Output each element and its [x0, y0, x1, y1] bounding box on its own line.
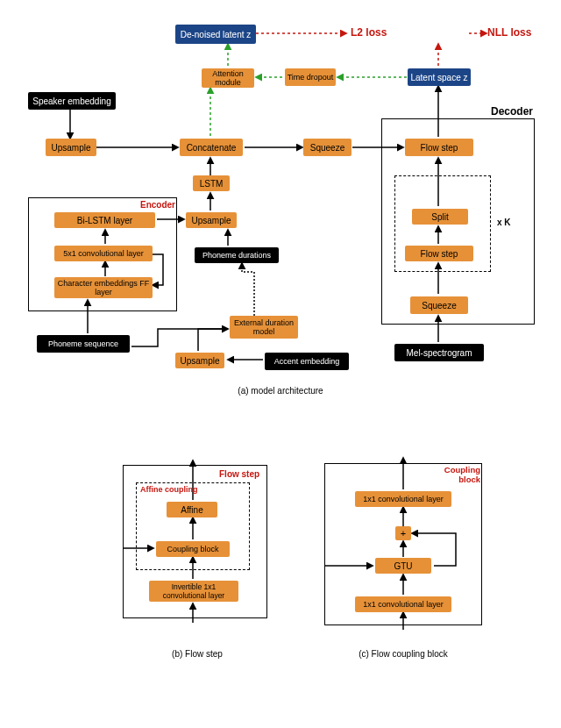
encoder-title: Encoder [140, 200, 175, 210]
bilstm-layer: Bi-LSTM layer [54, 212, 155, 228]
affine: Affine [167, 502, 217, 517]
upsample-speaker: Upsample [46, 139, 96, 156]
time-dropout: Time dropout [285, 68, 336, 86]
char-embed: Character embeddings FF layer [54, 277, 153, 298]
xk-label: x K [497, 218, 511, 227]
latent-space: Latent space z [408, 68, 471, 86]
gtu: GTU [375, 558, 431, 574]
concatenate: Concatenate [180, 139, 243, 156]
decoder-title: Decoder [491, 105, 533, 118]
l2-loss-label: L2 loss [351, 26, 387, 39]
ext-duration-model: External duration model [230, 316, 298, 339]
phoneme-durations: Phoneme durations [195, 247, 279, 263]
conv-top: 1x1 convolutional layer [355, 491, 451, 507]
attention-module: Attention module [202, 68, 254, 88]
squeeze-dec: Squeeze [410, 296, 468, 314]
upsample-enc: Upsample [186, 212, 237, 228]
affine-frame [136, 482, 250, 570]
affine-title: Affine coupling [140, 485, 198, 494]
coupling-title: Coupling block [438, 465, 480, 484]
caption-a: (a) model architecture [206, 386, 355, 396]
denoised-latent: De-noised latent z [175, 25, 256, 44]
caption-c: (c) Flow coupling block [351, 649, 456, 659]
conv-bot: 1x1 convolutional layer [355, 596, 451, 612]
upsample-accent: Upsample [175, 353, 224, 368]
plus: + [395, 526, 411, 540]
nll-loss-label: NLL loss [487, 26, 531, 39]
conv-layer: 5x1 convolutional layer [54, 246, 153, 261]
accent-embedding: Accent embedding [265, 353, 349, 370]
coupling-block: Coupling block [156, 541, 230, 557]
split: Split [412, 209, 468, 225]
flow-step-bot: Flow step [405, 246, 473, 261]
mel-spectrogram: Mel-spectrogram [394, 344, 484, 361]
flowstep-title: Flow step [219, 469, 259, 479]
caption-b: (b) Flow step [162, 649, 232, 659]
phoneme-sequence: Phoneme sequence [37, 335, 130, 353]
lstm: LSTM [193, 175, 230, 191]
flow-step-top: Flow step [405, 139, 473, 156]
squeeze-top: Squeeze [303, 139, 352, 156]
inv-conv: Invertible 1x1 convolutional layer [149, 581, 238, 602]
speaker-embedding: Speaker embedding [28, 92, 116, 110]
